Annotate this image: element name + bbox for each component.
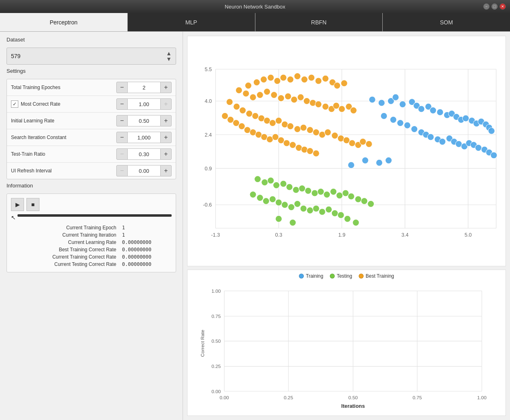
svg-point-81 [334, 82, 340, 89]
setting-controls-test-train: − + [116, 148, 172, 160]
svg-point-67 [385, 157, 392, 163]
svg-point-163 [257, 194, 263, 201]
info-value-iteration: 1 [120, 231, 172, 239]
dataset-value: 579 [11, 53, 20, 59]
svg-point-72 [274, 78, 281, 84]
setting-name-search-iter: Search Iteration Constant [11, 135, 116, 140]
learning-rate-value[interactable] [128, 115, 160, 126]
body-area: Dataset 579 ▲ ▼ Settings Total Training … [0, 32, 510, 420]
svg-point-29 [418, 106, 425, 112]
svg-point-103 [233, 103, 240, 110]
svg-point-145 [268, 177, 274, 184]
svg-point-122 [349, 140, 355, 146]
info-value-current-testing: 0.00000000 [120, 261, 172, 268]
ui-refresh-minus-button[interactable]: − [116, 165, 128, 176]
svg-text:1.9: 1.9 [338, 232, 346, 238]
svg-point-45 [390, 116, 397, 123]
setting-name-learning-rate: Initial Learning Rate [11, 118, 116, 124]
svg-point-166 [275, 199, 282, 206]
test-train-minus-button[interactable]: − [116, 148, 128, 160]
svg-point-104 [240, 107, 246, 113]
setting-name-ui-refresh: UI Refresh Interval [11, 168, 116, 174]
correct-rate-plus-button[interactable]: + [160, 98, 172, 110]
info-label-best-training: Best Training Correct Rate [11, 246, 120, 253]
svg-text:4.0: 4.0 [205, 98, 212, 104]
svg-text:Iterations: Iterations [341, 403, 365, 409]
svg-point-84 [243, 90, 249, 97]
learning-rate-plus-button[interactable]: + [160, 115, 172, 126]
svg-point-92 [297, 94, 304, 100]
svg-point-164 [263, 198, 269, 205]
search-iter-value[interactable] [128, 132, 160, 143]
epoches-value[interactable] [128, 82, 160, 93]
information-label: Information [7, 183, 176, 189]
correct-rate-minus-button[interactable]: − [116, 98, 128, 110]
svg-point-124 [360, 138, 366, 145]
svg-point-175 [331, 210, 338, 216]
dataset-dropdown[interactable]: 579 ▲ ▼ [7, 48, 176, 65]
svg-point-96 [322, 103, 329, 110]
play-button[interactable]: ▶ [11, 198, 24, 211]
info-label-iteration: Current Training Iteration [11, 231, 120, 239]
info-label-current-training: Current Training Correct Rate [11, 253, 120, 261]
legend-label-testing: Testing [337, 273, 352, 279]
svg-point-173 [319, 209, 325, 215]
info-value-current-training: 0.00000000 [120, 253, 172, 261]
svg-point-146 [273, 182, 279, 188]
legend-label-best-training: Best Training [366, 273, 394, 279]
setting-controls-search-iter: − + [116, 132, 172, 143]
test-train-plus-button[interactable]: + [160, 148, 172, 160]
tab-som[interactable]: SOM [383, 13, 510, 31]
search-iter-minus-button[interactable]: − [116, 132, 128, 143]
tab-mlp[interactable]: MLP [128, 13, 255, 31]
svg-point-119 [331, 133, 338, 139]
learning-rate-minus-button[interactable]: − [116, 115, 128, 126]
svg-point-149 [293, 187, 299, 193]
minimize-button[interactable]: − [483, 3, 490, 10]
svg-point-32 [437, 109, 443, 115]
svg-point-85 [250, 94, 256, 100]
epoches-minus-button[interactable]: − [116, 82, 128, 93]
svg-point-51 [427, 134, 434, 140]
svg-point-22 [369, 96, 375, 103]
svg-text:Correct Rate: Correct Rate [200, 329, 205, 357]
correct-rate-value[interactable] [128, 98, 160, 110]
legend: Training Testing Best Training [187, 270, 506, 282]
svg-point-73 [280, 74, 287, 81]
svg-point-180 [275, 215, 282, 222]
svg-point-142 [313, 150, 319, 157]
ui-refresh-value[interactable] [128, 165, 160, 176]
tab-rbfn[interactable]: RBFN [255, 13, 383, 31]
test-train-value[interactable] [128, 148, 160, 160]
svg-text:0.25: 0.25 [284, 395, 293, 400]
tab-bar: Perceptron MLP RBFN SOM [0, 13, 510, 32]
svg-point-83 [235, 87, 242, 94]
legend-testing: Testing [330, 273, 352, 279]
svg-point-78 [315, 78, 322, 84]
svg-point-68 [245, 82, 251, 89]
search-iter-plus-button[interactable]: + [160, 132, 172, 143]
setting-controls-correct-rate: − + [116, 98, 172, 110]
svg-point-165 [269, 196, 276, 202]
svg-point-162 [250, 191, 256, 198]
epoches-plus-button[interactable]: + [160, 82, 172, 93]
stop-button[interactable]: ■ [26, 198, 39, 211]
info-value-epoch: 1 [120, 224, 172, 231]
close-button[interactable]: ✕ [499, 3, 506, 10]
svg-point-95 [315, 101, 322, 107]
svg-point-155 [330, 189, 337, 195]
correct-rate-checkbox[interactable]: ✓ [11, 100, 18, 108]
info-table: Current Training Epoch 1 Current Trainin… [11, 224, 172, 268]
svg-point-113 [294, 126, 301, 132]
svg-point-147 [280, 181, 287, 187]
svg-point-169 [294, 200, 301, 207]
svg-point-77 [308, 74, 315, 81]
ui-refresh-plus-button[interactable]: + [160, 165, 172, 176]
maximize-button[interactable]: □ [491, 3, 498, 10]
svg-point-89 [278, 95, 284, 102]
svg-point-71 [268, 74, 274, 81]
svg-text:1.00: 1.00 [477, 395, 486, 400]
svg-point-102 [226, 99, 233, 105]
progress-bar [17, 214, 172, 217]
tab-perceptron[interactable]: Perceptron [0, 13, 128, 31]
